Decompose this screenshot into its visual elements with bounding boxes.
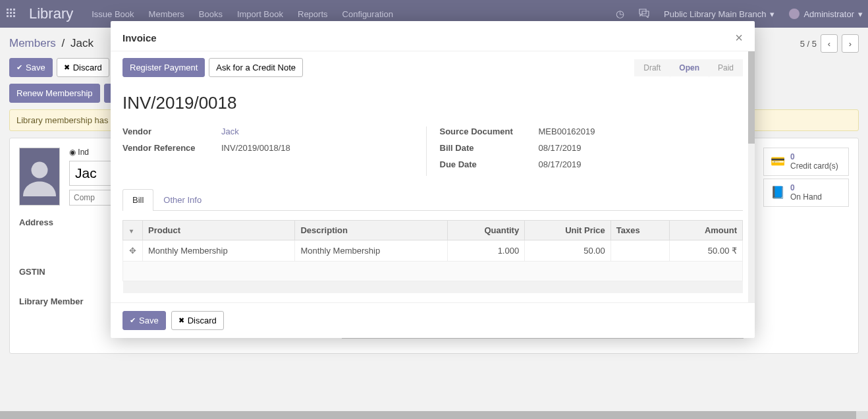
check-icon: ✔ <box>16 63 22 72</box>
cell-description[interactable]: Monthly Membership <box>295 240 447 262</box>
menu-members[interactable]: Members <box>149 9 184 19</box>
user-name: Administrator <box>803 9 854 19</box>
bill-date-label: Bill Date <box>440 143 539 153</box>
status-paid[interactable]: Paid <box>709 59 743 76</box>
horizontal-scrollbar[interactable] <box>0 411 868 419</box>
menu-issue-book[interactable]: Issue Book <box>92 9 134 19</box>
breadcrumb-parent[interactable]: Members <box>9 37 56 49</box>
invoice-field-grid: Vendor Jack Vendor Reference INV/2019/00… <box>122 126 743 176</box>
vendor-ref-label: Vendor Reference <box>122 143 221 153</box>
pager: 5 / 5 ‹ › <box>800 34 859 53</box>
app-brand[interactable]: Library <box>29 5 73 22</box>
member-type-label: Ind <box>78 148 89 157</box>
menu-configuration[interactable]: Configuration <box>342 9 393 19</box>
ask-credit-note-button[interactable]: Ask for a Credit Note <box>209 58 303 77</box>
svg-rect-6 <box>7 15 9 17</box>
col-product[interactable]: Product <box>143 221 295 240</box>
col-taxes[interactable]: Taxes <box>610 221 669 240</box>
col-unit-price[interactable]: Unit Price <box>525 221 611 240</box>
due-date-label: Due Date <box>440 159 539 169</box>
apps-grid-icon[interactable] <box>5 9 17 20</box>
svg-rect-3 <box>7 12 9 14</box>
menu-reports[interactable]: Reports <box>298 9 328 19</box>
user-menu[interactable]: Administrator ▾ <box>789 9 863 19</box>
check-icon: ✔ <box>130 316 136 325</box>
col-description[interactable]: Description <box>295 221 447 240</box>
modal-footer: ✔ Save ✖ Discard <box>111 302 755 338</box>
renew-membership-button[interactable]: Renew Membership <box>9 84 100 103</box>
credit-card-icon: 💳 <box>771 154 785 169</box>
svg-rect-8 <box>13 15 15 17</box>
vendor-value[interactable]: Jack <box>221 126 239 136</box>
modal-header: Invoice × <box>111 21 755 51</box>
tab-bill[interactable]: Bill <box>122 189 153 211</box>
svg-point-9 <box>32 162 48 179</box>
modal-save-button[interactable]: ✔ Save <box>122 311 166 330</box>
menu-import-book[interactable]: Import Book <box>237 9 283 19</box>
vendor-ref-value: INV/2019/0018/18 <box>221 143 290 153</box>
stat-on-hand[interactable]: 📘 0On Hand <box>763 179 849 207</box>
due-date-value: 08/17/2019 <box>539 159 582 169</box>
times-icon: ✖ <box>178 316 184 325</box>
drag-handle-icon[interactable]: ✥ <box>123 240 143 262</box>
cell-quantity[interactable]: 1.000 <box>447 240 524 262</box>
menu-books[interactable]: Books <box>199 9 223 19</box>
svg-rect-0 <box>7 9 9 11</box>
breadcrumb-current: Jack <box>70 37 94 49</box>
source-doc-value: MEB00162019 <box>539 126 595 136</box>
cell-unit-price[interactable]: 50.00 <box>525 240 611 262</box>
chevron-down-icon: ▾ <box>858 9 863 19</box>
cell-taxes[interactable] <box>610 240 669 262</box>
invoice-number: INV/2019/0018 <box>122 93 743 113</box>
times-icon: ✖ <box>64 63 70 72</box>
user-avatar-icon <box>789 9 800 19</box>
table-empty-row[interactable] <box>123 262 743 281</box>
col-handle: ▾ <box>123 221 143 240</box>
onhand-label: On Hand <box>790 192 822 202</box>
modal-discard-button[interactable]: ✖ Discard <box>171 311 224 330</box>
modal-save-label: Save <box>139 316 159 325</box>
bill-date-value: 08/17/2019 <box>539 143 582 153</box>
radio-checked-icon: ◉ <box>69 148 76 157</box>
scrollbar-thumb[interactable] <box>0 411 856 419</box>
scrollbar-track[interactable] <box>748 51 755 302</box>
close-icon[interactable]: × <box>735 30 743 45</box>
pager-prev-button[interactable]: ‹ <box>821 34 838 53</box>
status-draft[interactable]: Draft <box>634 59 670 76</box>
col-amount[interactable]: Amount <box>669 221 742 240</box>
modal-discard-label: Discard <box>188 316 217 325</box>
chat-icon[interactable] <box>639 9 649 20</box>
save-button[interactable]: ✔ Save <box>9 58 53 77</box>
table-row[interactable]: ✥ Monthly Membership Monthly Membership … <box>123 240 743 262</box>
modal-body: Register Payment Ask for a Credit Note D… <box>111 51 755 302</box>
branch-selector[interactable]: Public Library Main Branch ▾ <box>664 9 774 19</box>
col-quantity[interactable]: Quantity <box>447 221 524 240</box>
cell-product[interactable]: Monthly Membership <box>143 240 295 262</box>
stat-credit-cards[interactable]: 💳 0Credit card(s) <box>763 148 849 176</box>
chevron-down-icon: ▾ <box>770 9 774 19</box>
save-label: Save <box>26 63 45 72</box>
discard-label: Discard <box>73 63 102 72</box>
modal-status-row: Register Payment Ask for a Credit Note D… <box>122 51 743 82</box>
svg-rect-1 <box>10 9 12 11</box>
table-spacer <box>123 281 743 293</box>
svg-rect-4 <box>10 12 12 14</box>
pager-next-button[interactable]: › <box>842 34 859 53</box>
svg-rect-7 <box>10 15 12 17</box>
breadcrumb: Members / Jack <box>9 37 94 50</box>
member-avatar[interactable] <box>19 148 60 206</box>
stat-boxes: 💳 0Credit card(s) 📘 0On Hand <box>763 148 849 344</box>
scrollbar-thumb[interactable] <box>748 51 755 144</box>
svg-rect-5 <box>13 12 15 14</box>
register-payment-button[interactable]: Register Payment <box>122 58 205 77</box>
activity-icon[interactable]: ◷ <box>616 8 624 20</box>
invoice-lines-table: ▾ Product Description Quantity Unit Pric… <box>122 220 743 293</box>
branch-name: Public Library Main Branch <box>664 9 766 19</box>
status-pill: Draft Open Paid <box>634 59 743 76</box>
pager-text: 5 / 5 <box>800 39 817 49</box>
status-open[interactable]: Open <box>670 59 709 76</box>
discard-button[interactable]: ✖ Discard <box>57 58 109 77</box>
onhand-count: 0 <box>790 183 795 192</box>
cc-count: 0 <box>790 152 795 161</box>
tab-other-info[interactable]: Other Info <box>153 189 211 210</box>
